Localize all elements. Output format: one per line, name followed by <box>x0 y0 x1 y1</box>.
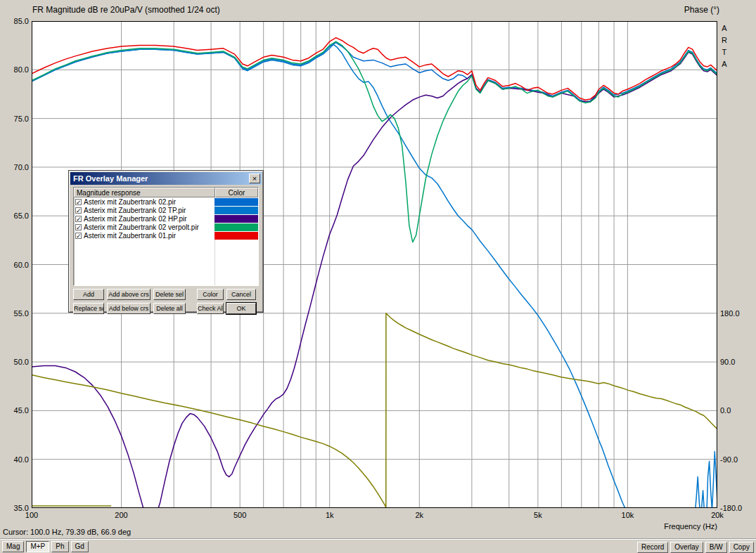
overlay-checkbox[interactable]: ✓ <box>75 199 82 205</box>
y-axis-tick: 60.0 <box>0 261 29 269</box>
overlay-row[interactable]: ✓Asterix mit Zaubertrank 01.pir <box>74 231 258 240</box>
x-axis-tick: 200 <box>115 511 127 519</box>
overlay-checkbox[interactable]: ✓ <box>75 224 82 230</box>
overlay-checkbox[interactable]: ✓ <box>75 233 82 239</box>
x-axis-tick: 2k <box>415 511 423 519</box>
arta-window: FR Magnitude dB re 20uPa/V (smoothed 1/2… <box>0 0 756 553</box>
toolbar-right-group: RecordOverlayB/WCopy <box>635 540 754 553</box>
dialog-button-row-2: Replace selAdd below crsDelete allCheck … <box>73 303 259 314</box>
x-axis-title: Frequency (Hz) <box>664 522 717 531</box>
column-header-magnitude-response[interactable]: Magnitude response <box>74 188 215 197</box>
y-axis-tick: 65.0 <box>0 212 29 220</box>
overlay-color-swatch <box>214 223 258 231</box>
overlay-row[interactable]: ✓Asterix mit Zaubertrank 02 TP.pir <box>74 206 258 214</box>
dialog-button-check-all[interactable]: Check All <box>197 303 224 314</box>
y-axis-tick: 40.0 <box>0 455 29 464</box>
overlay-name: Asterix mit Zaubertrank 01.pir <box>84 232 214 240</box>
x-axis-tick: 1k <box>326 511 334 519</box>
dialog-button-add-below-crs[interactable]: Add below crs <box>107 303 150 314</box>
dialog-button-add[interactable]: Add <box>73 289 104 300</box>
dialog-button-delete-sel[interactable]: Delete sel <box>153 289 186 300</box>
dialog-button-delete-all[interactable]: Delete all <box>153 303 186 314</box>
dialog-button-replace-sel[interactable]: Replace sel <box>73 303 104 314</box>
overlay-color-swatch <box>214 198 258 206</box>
y-axis-tick: 45.0 <box>0 406 29 415</box>
y-axis-tick: 70.0 <box>0 163 29 171</box>
overlay-name: Asterix mit Zaubertrank 02 TP.pir <box>84 207 214 214</box>
overlay-color-swatch <box>214 232 258 240</box>
close-icon[interactable]: × <box>249 174 260 183</box>
dialog-button-ok[interactable]: OK <box>226 303 256 314</box>
overlay-name: Asterix mit Zaubertrank 02.pir <box>84 198 214 206</box>
x-axis-tick: 10k <box>622 511 634 519</box>
chart-title: FR Magnitude dB re 20uPa/V (smoothed 1/2… <box>32 5 220 15</box>
overlay-rows: ✓Asterix mit Zaubertrank 02.pir✓Asterix … <box>74 197 258 240</box>
toolbar-b-w-button[interactable]: B/W <box>705 542 727 553</box>
y-axis-tick: 80.0 <box>0 65 29 74</box>
x-axis-tick: 5k <box>534 511 542 519</box>
toolbar-m-p-button[interactable]: M+P <box>26 541 49 552</box>
overlay-color-swatch <box>214 215 258 223</box>
y-axis-tick: 75.0 <box>0 115 29 123</box>
y-axis-tick: 55.0 <box>0 309 29 318</box>
phase-axis-tick: 0.0 <box>720 406 731 415</box>
overlay-color-swatch <box>214 207 258 214</box>
toolbar-mag-button[interactable]: Mag <box>2 541 24 552</box>
overlay-row[interactable]: ✓Asterix mit Zaubertrank 02 verpolt.pir <box>74 223 258 231</box>
overlay-name: Asterix mit Zaubertrank 02 HP.pir <box>84 215 214 223</box>
toolbar-gd-button[interactable]: Gd <box>71 541 89 552</box>
overlay-name: Asterix mit Zaubertrank 02 verpolt.pir <box>84 223 214 231</box>
phase-axis-tick: 90.0 <box>720 358 735 366</box>
overlay-row[interactable]: ✓Asterix mit Zaubertrank 02 HP.pir <box>74 214 258 223</box>
phase-axis-tick: -90.0 <box>720 455 738 464</box>
overlay-checkbox[interactable]: ✓ <box>75 207 82 214</box>
toolbar-ph-button[interactable]: Ph <box>51 541 68 552</box>
dialog-button-cancel[interactable]: Cancel <box>226 289 256 300</box>
phase-axis-title: Phase (°) <box>684 5 719 15</box>
toolbar-record-button[interactable]: Record <box>637 542 668 553</box>
overlay-checkbox[interactable]: ✓ <box>75 216 82 222</box>
bottom-toolbar: MagM+PPhGdRecordOverlayB/WCopy <box>0 539 756 553</box>
y-axis-tick: 50.0 <box>0 358 29 366</box>
dialog-title: FR Overlay Manager <box>73 174 148 183</box>
toolbar-copy-button[interactable]: Copy <box>729 542 754 553</box>
y-axis-tick: 85.0 <box>0 17 29 25</box>
dialog-button-add-above-crs[interactable]: Add above crs <box>107 289 150 300</box>
x-axis-tick: 20k <box>711 511 724 519</box>
column-header-color[interactable]: Color <box>215 188 258 197</box>
dialog-button-color[interactable]: Color <box>197 289 224 300</box>
dialog-body: Magnitude response Color ✓Asterix mit Za… <box>70 185 262 316</box>
overlay-row[interactable]: ✓Asterix mit Zaubertrank 02.pir <box>74 197 258 206</box>
toolbar-overlay-button[interactable]: Overlay <box>670 542 703 553</box>
dialog-titlebar[interactable]: FR Overlay Manager × <box>70 172 262 185</box>
overlay-list[interactable]: Magnitude response Color ✓Asterix mit Za… <box>73 187 259 286</box>
x-axis-tick: 100 <box>25 511 38 519</box>
x-axis-tick: 500 <box>233 511 246 519</box>
overlay-list-header: Magnitude response Color <box>74 188 258 197</box>
cursor-readout: Cursor: 100.0 Hz, 79.39 dB, 66.9 deg <box>3 528 131 536</box>
arta-watermark: A R T A <box>722 22 727 70</box>
fr-overlay-manager-dialog: FR Overlay Manager × Magnitude response … <box>68 170 264 313</box>
dialog-button-row-1: AddAdd above crsDelete selColorCancel <box>73 289 259 300</box>
phase-axis-tick: 180.0 <box>720 309 740 318</box>
